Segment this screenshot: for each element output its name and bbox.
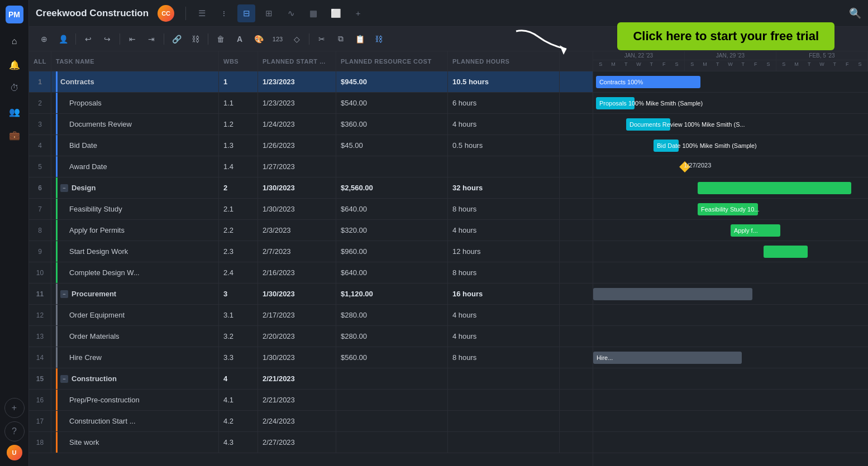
table-row[interactable]: 6−Design21/30/2023$2,560.0032 hours	[29, 177, 593, 199]
row-start-date: 1/26/2023	[258, 135, 336, 156]
delete-button[interactable]: 🗑	[212, 31, 229, 47]
row-planned-cost: $280.00	[336, 305, 448, 325]
gantt-bar[interactable]	[764, 246, 808, 258]
gantt-bar[interactable]	[593, 288, 752, 300]
table-row[interactable]: 15−Construction42/21/2023	[29, 368, 593, 390]
gantt-bar-label: Apply f...	[734, 227, 758, 234]
shape-button[interactable]: ◇	[288, 31, 305, 47]
number-format-button[interactable]: 123	[269, 31, 286, 47]
gantt-bar[interactable]: Bid Date 100% Mike Smith (Sample)	[654, 140, 678, 152]
free-trial-banner[interactable]: Click here to start your free trial	[617, 22, 834, 50]
copy-button[interactable]: ⧉	[332, 31, 349, 47]
undo-button[interactable]: ↩	[80, 31, 97, 47]
row-planned-hours: 10.5 hours	[448, 71, 560, 92]
row-planned-cost: $320.00	[336, 220, 448, 241]
user-avatar[interactable]: U	[7, 445, 22, 460]
gantt-bar[interactable]: Apply f...	[731, 224, 780, 237]
paste-button[interactable]: 📋	[351, 31, 368, 47]
row-start-date: 2/24/2023	[258, 411, 336, 431]
table-row[interactable]: 2Proposals1.11/23/2023$540.006 hours	[29, 93, 593, 114]
table-row[interactable]: 1Contracts11/23/2023$945.0010.5 hours	[29, 71, 593, 93]
sidebar-item-help[interactable]: ?	[4, 421, 25, 441]
search-button[interactable]: 🔍	[849, 7, 861, 20]
gantt-view-tab[interactable]: ⫶	[215, 4, 233, 22]
row-task-name: Order Equipment	[51, 305, 219, 325]
row-planned-cost: $280.00	[336, 326, 448, 347]
gantt-bar-label: Hire...	[597, 354, 613, 361]
gantt-bar[interactable]: Feasibility Study 10...	[698, 203, 758, 215]
table-row[interactable]: 4Bid Date1.31/26/2023$45.000.5 hours	[29, 135, 593, 156]
chart-view-tab[interactable]: ∿	[282, 4, 300, 22]
app-logo[interactable]: PM	[6, 6, 23, 23]
sidebar-item-notifications[interactable]: 🔔	[4, 55, 25, 75]
col-header-start[interactable]: PLANNED START ...	[258, 51, 336, 71]
col-header-name[interactable]: TASK NAME	[51, 51, 219, 71]
add-user-button[interactable]: 👤	[55, 31, 71, 47]
add-view-tab[interactable]: +	[349, 4, 367, 22]
row-planned-cost: $1,120.00	[336, 284, 448, 304]
col-header-cost[interactable]: PLANNED RESOURCE COST	[336, 51, 448, 71]
table-row[interactable]: 14Hire Crew3.31/30/2023$560.008 hours	[29, 347, 593, 368]
row-planned-hours	[448, 411, 560, 431]
row-planned-hours: 8 hours	[448, 199, 560, 219]
color-button[interactable]: 🎨	[250, 31, 267, 47]
table-row[interactable]: 17Construction Start ...4.22/24/2023	[29, 411, 593, 432]
table-row[interactable]: 5Award Date1.41/27/2023	[29, 156, 593, 177]
table-row[interactable]: 9Start Design Work2.32/7/2023$960.0012 h…	[29, 241, 593, 262]
add-task-button[interactable]: ⊕	[36, 31, 53, 47]
row-wbs: 1	[219, 71, 258, 92]
main-content: Creekwood Construction CC ☰ ⫶ ⊟ ⊞ ∿ ▦ ⬜ …	[29, 0, 868, 466]
gantt-row	[593, 390, 868, 411]
table-row[interactable]: 16Prep/Pre-construction4.12/21/2023	[29, 390, 593, 411]
sidebar-item-add[interactable]: +	[4, 398, 25, 418]
sidebar-item-recent[interactable]: ⏱	[4, 78, 25, 98]
gantt-bar[interactable]: Hire...	[593, 352, 742, 364]
row-task-name: Contracts	[51, 71, 219, 92]
row-planned-cost: $45.00	[336, 135, 448, 156]
table-row[interactable]: 3Documents Review1.21/24/2023$360.004 ho…	[29, 114, 593, 135]
link-chain-button[interactable]: ⛓	[370, 31, 387, 47]
col-header-all[interactable]: ALL	[29, 51, 51, 71]
text-format-button[interactable]: A	[231, 31, 248, 47]
task-table: ALL TASK NAME WBS PLANNED START ... PLAN…	[29, 51, 593, 466]
board-view-tab[interactable]: ⊞	[260, 4, 278, 22]
docs-view-tab[interactable]: ⬜	[327, 4, 345, 22]
row-num: 13	[29, 326, 51, 347]
gantt-header: JAN, 22 '23 S M T W T F S JAN, 29 '23 S	[593, 51, 868, 71]
gantt-row: Hire...	[593, 347, 868, 368]
gantt-bar[interactable]: Proposals 100% Mike Smith (Sample)	[596, 97, 635, 109]
gantt-bar[interactable]: Documents Review 100% Mike Smith (S...	[626, 118, 670, 131]
redo-button[interactable]: ↪	[99, 31, 116, 47]
table-row[interactable]: 11−Procurement31/30/2023$1,120.0016 hour…	[29, 284, 593, 305]
gantt-bar-label: Documents Review 100% Mike Smith (S...	[629, 121, 745, 128]
row-planned-hours	[448, 368, 560, 389]
unlink-button[interactable]: ⛓	[187, 31, 204, 47]
table-row[interactable]: 12Order Equipment3.12/17/2023$280.004 ho…	[29, 305, 593, 326]
row-start-date: 1/30/2023	[258, 199, 336, 219]
outdent-button[interactable]: ⇤	[124, 31, 141, 47]
link-button[interactable]: 🔗	[168, 31, 185, 47]
sidebar-item-portfolio[interactable]: 💼	[4, 125, 25, 145]
gantt-body: Contracts 100%Proposals 100% Mike Smith …	[593, 71, 868, 466]
gantt-bar[interactable]: Contracts 100%	[596, 76, 700, 88]
sidebar-item-team[interactable]: 👥	[4, 102, 25, 122]
table-row[interactable]: 18Site work4.32/27/2023	[29, 432, 593, 453]
row-task-name: Prep/Pre-construction	[51, 390, 219, 410]
table-row[interactable]: 10Complete Design W...2.42/16/2023$640.0…	[29, 262, 593, 284]
cut-button[interactable]: ✂	[313, 31, 330, 47]
indent-button[interactable]: ⇥	[143, 31, 160, 47]
list-view-tab[interactable]: ☰	[193, 4, 211, 22]
row-num: 12	[29, 305, 51, 325]
table-row[interactable]: 8Apply for Permits2.22/3/2023$320.004 ho…	[29, 220, 593, 241]
row-num: 17	[29, 411, 51, 431]
calendar-view-tab[interactable]: ▦	[304, 4, 322, 22]
gantt-bar[interactable]	[698, 182, 852, 194]
col-header-wbs[interactable]: WBS	[219, 51, 258, 71]
split-view-tab[interactable]: ⊟	[237, 4, 255, 22]
row-planned-cost	[336, 156, 448, 177]
sidebar-item-home[interactable]: ⌂	[4, 31, 25, 51]
toolbar-sep-4	[208, 33, 208, 45]
table-row[interactable]: 7Feasibility Study2.11/30/2023$640.008 h…	[29, 199, 593, 220]
table-row[interactable]: 13Order Materials3.22/20/2023$280.004 ho…	[29, 326, 593, 347]
row-task-name: Apply for Permits	[51, 220, 219, 241]
